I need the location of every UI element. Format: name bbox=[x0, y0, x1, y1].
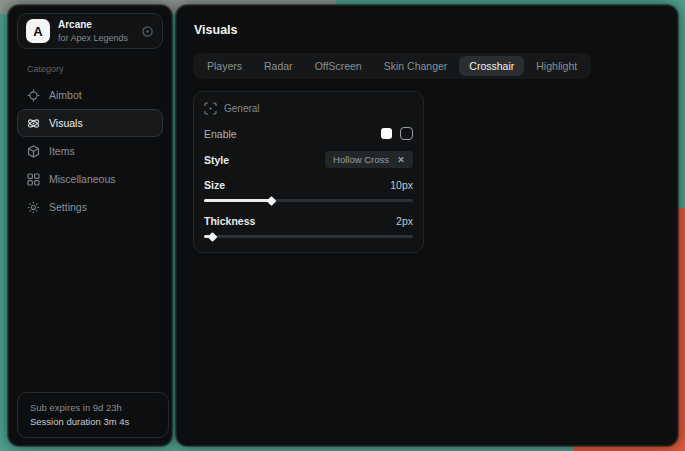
sidebar-item-visuals[interactable]: Visuals bbox=[17, 109, 163, 137]
page-title: Visuals bbox=[194, 23, 661, 37]
tab-crosshair[interactable]: Crosshair bbox=[459, 56, 524, 76]
sidebar-item-settings[interactable]: Settings bbox=[17, 193, 163, 221]
sidebar-item-items[interactable]: Items bbox=[17, 137, 163, 165]
style-row: Style Hollow Cross ✕ bbox=[204, 151, 413, 168]
thickness-value: 2px bbox=[396, 215, 413, 227]
brand-title: Arcane bbox=[58, 19, 133, 31]
enable-row: Enable bbox=[204, 127, 413, 140]
thickness-slider[interactable] bbox=[204, 233, 413, 240]
size-value: 10px bbox=[390, 179, 413, 191]
sidebar-nav: Aimbot Visuals bbox=[17, 81, 163, 221]
target-icon[interactable] bbox=[141, 25, 154, 38]
package-icon bbox=[27, 145, 40, 158]
sidebar-item-miscellaneous[interactable]: Miscellaneous bbox=[17, 165, 163, 193]
style-label: Style bbox=[204, 154, 229, 166]
tab-highlight[interactable]: Highlight bbox=[526, 56, 587, 76]
sidebar-item-label: Aimbot bbox=[49, 89, 82, 101]
remove-style-icon[interactable]: ✕ bbox=[397, 155, 405, 165]
visuals-tabbar: Players Radar OffScreen Skin Changer Cro… bbox=[193, 53, 591, 79]
sidebar-item-label: Settings bbox=[49, 201, 87, 213]
enable-label: Enable bbox=[204, 128, 237, 140]
subscription-info-card: Sub expires in 9d 23h Session duration 3… bbox=[17, 392, 169, 438]
thickness-slider-handle[interactable] bbox=[208, 232, 218, 242]
style-selected-tag[interactable]: Hollow Cross ✕ bbox=[325, 151, 413, 168]
sidebar-item-label: Items bbox=[49, 145, 75, 157]
size-slider[interactable] bbox=[204, 197, 413, 204]
brand-subtitle: for Apex Legends bbox=[58, 33, 133, 43]
session-duration-text: Session duration 3m 4s bbox=[30, 415, 156, 429]
category-label: Category bbox=[27, 64, 163, 74]
tab-players[interactable]: Players bbox=[197, 56, 252, 76]
grid-icon bbox=[27, 173, 40, 186]
crosshair-icon bbox=[27, 89, 40, 102]
scan-icon bbox=[204, 102, 217, 115]
style-value: Hollow Cross bbox=[333, 154, 389, 165]
general-settings-card: General Enable Style Hollow Cross ✕ Size… bbox=[193, 91, 424, 253]
enable-checkbox[interactable] bbox=[400, 127, 413, 140]
app-window: A Arcane for Apex Legends Category bbox=[8, 5, 678, 446]
brand-logo: A bbox=[26, 19, 50, 43]
size-label: Size bbox=[204, 179, 225, 191]
sidebar: A Arcane for Apex Legends Category bbox=[8, 5, 172, 446]
tab-skin-changer[interactable]: Skin Changer bbox=[374, 56, 458, 76]
main-panel: Visuals Players Radar OffScreen Skin Cha… bbox=[176, 5, 678, 446]
brand-card: A Arcane for Apex Legends bbox=[17, 13, 163, 49]
thickness-row: Thickness 2px bbox=[204, 215, 413, 227]
thickness-label: Thickness bbox=[204, 215, 255, 227]
tab-offscreen[interactable]: OffScreen bbox=[305, 56, 372, 76]
gear-icon bbox=[27, 201, 40, 214]
atom-icon bbox=[27, 117, 40, 130]
general-section-title: General bbox=[224, 103, 260, 114]
sub-expiry-text: Sub expires in 9d 23h bbox=[30, 401, 156, 415]
sidebar-item-label: Visuals bbox=[49, 117, 83, 129]
sidebar-item-aimbot[interactable]: Aimbot bbox=[17, 81, 163, 109]
sidebar-item-label: Miscellaneous bbox=[49, 173, 116, 185]
size-row: Size 10px bbox=[204, 179, 413, 191]
size-slider-handle[interactable] bbox=[266, 196, 276, 206]
color-swatch[interactable] bbox=[381, 128, 392, 139]
tab-radar[interactable]: Radar bbox=[254, 56, 303, 76]
